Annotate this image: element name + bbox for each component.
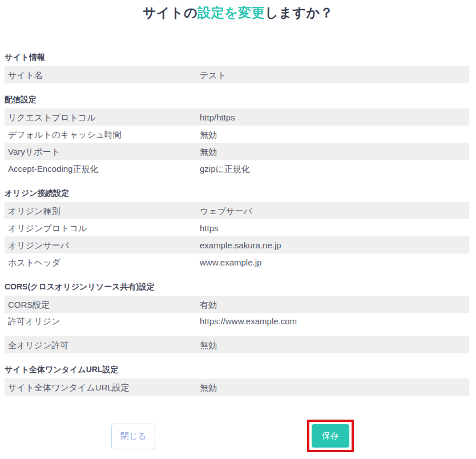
setting-value: https://www.example.com: [200, 315, 469, 327]
setting-row-cors: CORS設定 有効: [5, 296, 469, 313]
setting-label: オリジン種別: [5, 205, 200, 217]
setting-row-allow-all-origins: 全オリジン許可 無効: [5, 336, 469, 353]
setting-label: 許可オリジン: [5, 315, 200, 327]
setting-value: https: [200, 222, 469, 234]
settings-summary: サイト情報 サイト名 テスト 配信設定 リクエストプロトコル http/http…: [5, 53, 469, 396]
save-button[interactable]: 保存: [312, 424, 349, 448]
setting-label: デフォルトのキャッシュ時間: [5, 128, 200, 140]
setting-label: オリジンプロトコル: [5, 222, 200, 234]
setting-row-onetime-url: サイト全体ワンタイムURL設定 無効: [5, 379, 469, 396]
dialog-footer: 閉じる 保存: [0, 420, 476, 452]
setting-value: 無効: [200, 146, 469, 158]
setting-row-default-cache-time: デフォルトのキャッシュ時間 無効: [5, 126, 469, 143]
setting-row-origin-server: オリジンサーバ example.sakura.ne.jp: [5, 236, 469, 253]
setting-value: http/https: [200, 111, 469, 123]
click-target-highlight: 保存: [307, 420, 354, 452]
setting-value: example.sakura.ne.jp: [200, 239, 469, 251]
section-site-info: サイト情報 サイト名 テスト: [5, 53, 469, 83]
setting-value: www.example.jp: [200, 256, 469, 268]
setting-row-accept-encoding: Accept-Encoding正規化 gzipに正規化: [5, 160, 469, 177]
setting-row-origin-protocol: オリジンプロトコル https: [5, 219, 469, 236]
setting-label: サイト名: [5, 69, 200, 81]
setting-row-origin-type: オリジン種別 ウェブサーバ: [5, 202, 469, 219]
setting-label: ホストヘッダ: [5, 256, 200, 268]
setting-label: 全オリジン許可: [5, 339, 200, 351]
section-origin-connection: オリジン接続設定 オリジン種別 ウェブサーバ オリジンプロトコル https オ…: [5, 188, 469, 271]
setting-label: Accept-Encoding正規化: [5, 163, 200, 175]
section-heading: サイト情報: [5, 53, 469, 62]
setting-value: ウェブサーバ: [200, 205, 469, 217]
setting-label: リクエストプロトコル: [5, 111, 200, 123]
setting-label: CORS設定: [5, 299, 200, 311]
section-heading: CORS(クロスオリジンリソース共有)設定: [5, 282, 469, 291]
close-button[interactable]: 閉じる: [111, 424, 155, 449]
setting-value: 無効: [200, 128, 469, 140]
setting-label: サイト全体ワンタイムURL設定: [5, 381, 200, 393]
setting-row-request-protocol: リクエストプロトコル http/https: [5, 108, 469, 126]
section-cors: CORS(クロスオリジンリソース共有)設定 CORS設定 有効 許可オリジン h…: [5, 282, 469, 353]
title-suffix: しますか？: [265, 5, 333, 20]
section-heading: 配信設定: [5, 95, 469, 104]
page-title: サイトの設定を変更しますか？: [0, 5, 476, 21]
setting-row-vary-support: Varyサポート 無効: [5, 143, 469, 160]
title-prefix: サイトの: [143, 5, 197, 20]
section-heading: オリジン接続設定: [5, 188, 469, 198]
setting-value: 無効: [200, 381, 469, 393]
setting-value: 無効: [200, 339, 469, 351]
section-heading: サイト全体ワンタイムURL設定: [5, 365, 469, 374]
setting-row-host-header: ホストヘッダ www.example.jp: [5, 253, 469, 271]
setting-value: テスト: [200, 69, 469, 81]
setting-row-allowed-origins: 許可オリジン https://www.example.com: [5, 313, 469, 336]
setting-value: 有効: [200, 299, 469, 311]
setting-label: Varyサポート: [5, 146, 200, 158]
title-highlight: 設定を変更: [197, 5, 265, 20]
setting-row-site-name: サイト名 テスト: [5, 66, 469, 83]
section-onetime-url: サイト全体ワンタイムURL設定 サイト全体ワンタイムURL設定 無効: [5, 365, 469, 396]
setting-value: gzipに正規化: [200, 163, 469, 175]
section-delivery: 配信設定 リクエストプロトコル http/https デフォルトのキャッシュ時間…: [5, 95, 469, 177]
setting-label: オリジンサーバ: [5, 239, 200, 251]
